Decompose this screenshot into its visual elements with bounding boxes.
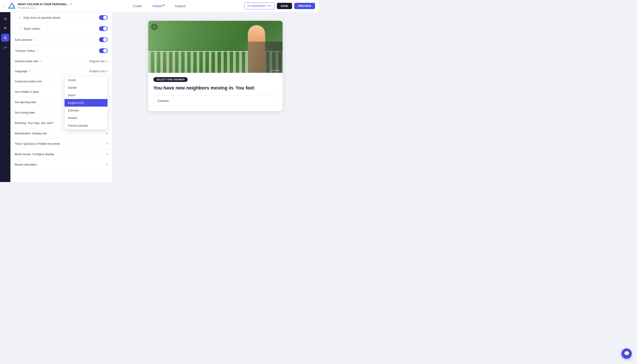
language-dropdown: Czech Danish Dutch English (US) Estonian… [64, 76, 108, 130]
language-chevron-icon: ▾ [106, 70, 108, 73]
language-option-french-casual[interactable]: French (casual) [64, 122, 108, 129]
monetization-label: Monetization: Display ads [15, 132, 47, 135]
timer-row[interactable]: Timer: Question or Riddle time limits ▾ [10, 139, 112, 149]
block-results-chevron-icon: ▾ [106, 153, 108, 156]
language-option-estonian[interactable]: Estonian [64, 106, 108, 114]
result-calculation-row[interactable]: Result calculation ▾ [10, 160, 112, 170]
preview-question: You have new neighbors moving in. You fe… [154, 85, 277, 91]
timer-label: Timer: Question or Riddle time limits [15, 142, 60, 146]
sidebar-item-settings[interactable]: ⚙ [1, 34, 9, 42]
icon-rail: ⊞ ⚑ ⚙ ⇄ [0, 12, 10, 182]
toggle-back-switch[interactable] [99, 26, 108, 31]
image-cars [248, 42, 282, 73]
quiz-info: WHAT COLOUR IS YOUR PERSONA... ✎ Persona… [18, 2, 72, 10]
answer-option-curious[interactable]: Curious [154, 96, 277, 106]
back-button[interactable]: ‹ [4, 4, 5, 8]
preview-area: ‹ pexels.com SELECT ONE ANSWER You have … [112, 12, 318, 182]
save-button[interactable]: SAVE [277, 3, 292, 9]
ai-assistant-button[interactable]: AI ASSISTANT ⌘K [244, 2, 275, 9]
main-layout: ⊞ ⚑ ⚙ ⇄ ↳ Only show on question blocks ↳… [0, 12, 318, 182]
edit-icon[interactable]: ✎ [70, 2, 72, 6]
ai-label: AI ASSISTANT [248, 4, 266, 8]
toggle-choose-button: "Choose" button ⓘ [10, 45, 112, 56]
monetization-row[interactable]: Monetization: Display ads ▾ [10, 128, 112, 139]
nav-analyze[interactable]: Analyze [173, 4, 188, 9]
default-media-ratio-row: Default media ratio ⓘ Original ratio ▾ [10, 56, 112, 66]
choose-button-info-icon[interactable]: ⓘ [36, 49, 39, 53]
toggle-label-choose: "Choose" button ⓘ [15, 49, 39, 53]
toggle-choose-switch[interactable] [99, 48, 108, 53]
ai-shortcut: ⌘K [267, 4, 271, 7]
auto-advance-info-icon[interactable]: ⓘ [33, 38, 36, 42]
header-nav: Create Publish* Analyze [131, 4, 188, 9]
sidebar-item-flag[interactable]: ⚑ [1, 24, 9, 32]
nav-publish[interactable]: Publish* [150, 4, 166, 9]
language-row: Language ⓘ English (US) ▾ Czech Danish D… [10, 66, 112, 76]
language-option-czech[interactable]: Czech [64, 76, 108, 84]
publish-badge: * [163, 4, 164, 6]
language-option-finnish[interactable]: Finnish [64, 114, 108, 122]
language-dropdown-scroll: Czech Danish Dutch English (US) Estonian… [64, 76, 108, 129]
monetization-chevron-icon: ▾ [106, 132, 108, 135]
header: ‹ WHAT COLOUR IS YOUR PERSONA... ✎ Perso… [0, 0, 318, 12]
preview-content: SELECT ONE ANSWER You have new neighbors… [148, 73, 282, 111]
settings-panel: ↳ Only show on question blocks ↳ "Back" … [10, 12, 112, 182]
preview-image: ‹ pexels.com [148, 21, 282, 73]
result-calculation-chevron-icon: ▾ [106, 163, 108, 166]
default-media-ratio-dropdown[interactable]: Original ratio ▾ [89, 60, 108, 63]
toggle-only-show-switch[interactable] [99, 15, 108, 20]
block-results-label: Block results: Configure display [15, 152, 54, 156]
quiz-info-icon[interactable]: ⓘ [36, 6, 38, 10]
toggle-label-only-show: ↳ Only show on question blocks [15, 16, 61, 19]
nav-create[interactable]: Create [131, 4, 144, 9]
header-actions: AI ASSISTANT ⌘K SAVE PREVIEW [244, 2, 315, 9]
language-option-english-us[interactable]: English (US) [64, 99, 108, 106]
preview-back-button[interactable]: ‹ [151, 24, 158, 30]
select-one-badge: SELECT ONE ANSWER [154, 77, 188, 82]
timer-chevron-icon: ▾ [106, 142, 108, 146]
language-info-icon[interactable]: ⓘ [28, 69, 31, 73]
quiz-subtitle: Personality quiz ⓘ [18, 6, 72, 10]
preview-button[interactable]: PREVIEW [294, 3, 315, 9]
pexels-credit: pexels.com [270, 69, 280, 72]
language-dropdown-trigger[interactable]: English (US) ▾ [89, 70, 108, 73]
language-option-dutch[interactable]: Dutch [64, 92, 108, 99]
toggle-only-show-question-blocks: ↳ Only show on question blocks [10, 12, 112, 23]
logo-icon [8, 2, 16, 10]
media-ratio-info-icon[interactable]: ⓘ [40, 59, 42, 63]
toggle-label-auto-advance: Auto advance ⓘ [15, 38, 36, 42]
toggle-label-back: ↳ "Back" button [15, 27, 40, 30]
quiz-title: WHAT COLOUR IS YOUR PERSONA... [18, 2, 68, 6]
media-ratio-chevron-icon: ▾ [106, 60, 108, 63]
result-calculation-label: Result calculation [15, 163, 37, 166]
language-option-danish[interactable]: Danish [64, 84, 108, 92]
language-label: Language ⓘ [15, 69, 31, 73]
sidebar-item-grid[interactable]: ⊞ [1, 15, 9, 22]
toggle-back-button: ↳ "Back" button [10, 23, 112, 34]
block-results-row[interactable]: Block results: Configure display ▾ [10, 149, 112, 160]
header-left: ‹ WHAT COLOUR IS YOUR PERSONA... ✎ Perso… [4, 2, 244, 10]
sidebar-item-share[interactable]: ⇄ [1, 43, 9, 51]
toggle-auto-advance-switch[interactable] [99, 37, 108, 42]
toggle-auto-advance: Auto advance ⓘ [10, 34, 112, 45]
default-media-ratio-label: Default media ratio ⓘ [15, 59, 42, 63]
preview-card: ‹ pexels.com SELECT ONE ANSWER You have … [148, 21, 282, 111]
